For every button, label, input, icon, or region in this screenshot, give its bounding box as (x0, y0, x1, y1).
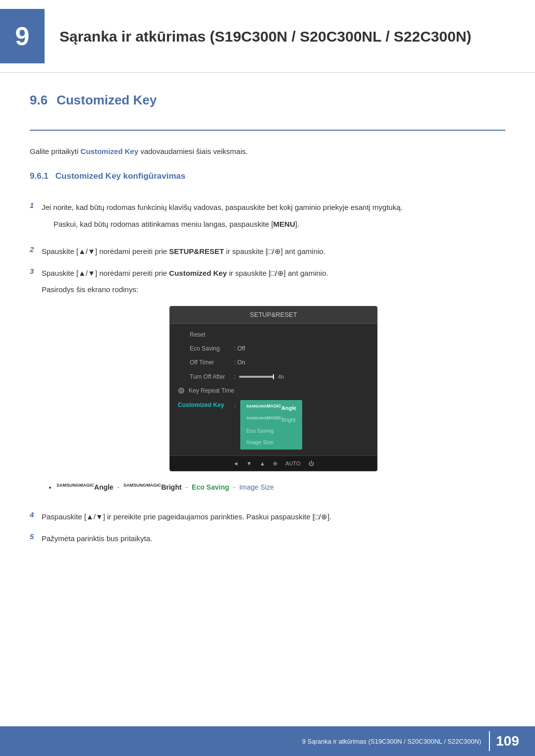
svg-point-0 (179, 388, 184, 393)
subsection-number: 9.6.1 (30, 171, 49, 181)
screen-body: Reset Eco Saving : Off Off Timer : On (170, 324, 377, 455)
chapter-header: 9 Sąranka ir atkūrimas (S19C300N / S20C3… (0, 0, 535, 73)
content-area: 9.6 Customized Key Galite pritaikyti Cus… (0, 93, 535, 593)
step-4: 4 Paspauskite [▲/▼] ir pereikite prie pa… (30, 510, 505, 523)
menu-item-key-repeat: Key Repeat Time (170, 384, 377, 398)
section-title: Customized Key (56, 93, 157, 111)
step-2: 2 Spauskite [▲/▼] norėdami pereiti prie … (30, 245, 505, 258)
intro-paragraph: Galite pritaikyti Customized Key vadovau… (30, 146, 505, 157)
step1-main: Jei norite, kad būtų rodomas funkcinių k… (42, 201, 505, 214)
options-list-item: SAMSUNGMAGICAngle - SAMSUNGMAGICBright -… (56, 481, 505, 494)
section-number: 9.6 (30, 93, 48, 111)
step1-sub: Paskui, kad būtų rodomas atitinkamas men… (54, 218, 505, 231)
step-3: 3 Spauskite [▲/▼] norėdami pereiti prie … (30, 267, 505, 502)
toolbar-power: ⏻ (309, 459, 314, 468)
toolbar-enter: ⊕ (273, 459, 277, 468)
screen-title: SETUP&RESET (170, 306, 377, 324)
step-5: 5 Pažymėta parinktis bus pritaikyta. (30, 532, 505, 545)
gear-icon (178, 387, 185, 394)
step5-text: Pažymėta parinktis bus pritaikyta. (42, 532, 505, 545)
menu-item-eco-saving: Eco Saving : Off (170, 342, 377, 355)
toolbar-back: ◄ (233, 459, 238, 468)
divider (30, 130, 505, 131)
chapter-number: 9 (0, 9, 45, 63)
page-footer: 9 Sąranka ir atkūrimas (S19C300N / S20C3… (0, 726, 535, 756)
toolbar-auto: AUTO (285, 459, 300, 468)
page-number: 109 (489, 731, 525, 751)
chapter-title: Sąranka ir atkūrimas (S19C300N / S20C300… (59, 9, 472, 63)
menu-item-reset: Reset (170, 328, 377, 342)
step4-text: Paspauskite [▲/▼] ir pereikite prie page… (42, 510, 505, 523)
step3-note: Pasirodys šis ekrano rodinys: (42, 283, 505, 296)
dropdown-overlay: SAMSUNGMAGICAngle SAMSUNGMAGICBright Eco… (240, 400, 302, 450)
svg-point-1 (180, 390, 182, 392)
menu-item-turn-off: Turn Off After : 4h (170, 370, 377, 384)
footer-text: 9 Sąranka ir atkūrimas (S19C300N / S20C3… (10, 738, 489, 745)
menu-item-off-timer: Off Timer : On (170, 355, 377, 369)
screen-toolbar: ◄ ▼ ▲ ⊕ AUTO ⏻ (170, 455, 377, 471)
subsection-title: Customized Key konfigūravimas (55, 171, 186, 181)
toolbar-up: ▲ (260, 459, 265, 468)
screen-mockup: SETUP&RESET Reset Eco Saving : Off Off T… (169, 306, 377, 472)
options-list: SAMSUNGMAGICAngle - SAMSUNGMAGICBright -… (42, 481, 505, 494)
step-1: 1 Jei norite, kad būtų rodomas funkcinių… (30, 201, 505, 236)
menu-item-customized-key: Customized Key : SAMSUNGMAGICAngle SAMSU… (170, 398, 377, 452)
toolbar-down: ▼ (246, 459, 252, 468)
